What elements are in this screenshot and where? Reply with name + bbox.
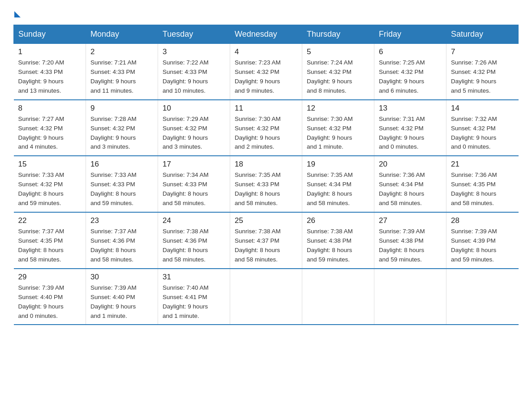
day-number: 14 <box>451 104 514 113</box>
column-header-saturday: Saturday <box>446 25 519 44</box>
calendar-cell: 23 Sunrise: 7:37 AMSunset: 4:36 PMDaylig… <box>86 212 158 269</box>
day-info: Sunrise: 7:37 AMSunset: 4:35 PMDaylight:… <box>18 228 64 263</box>
day-info: Sunrise: 7:27 AMSunset: 4:32 PMDaylight:… <box>18 116 64 150</box>
calendar-cell: 17 Sunrise: 7:34 AMSunset: 4:33 PMDaylig… <box>158 156 230 212</box>
column-header-tuesday: Tuesday <box>158 25 230 44</box>
calendar-cell: 5 Sunrise: 7:24 AMSunset: 4:32 PMDayligh… <box>302 44 374 100</box>
day-number: 5 <box>307 47 369 56</box>
calendar-week-row: 1 Sunrise: 7:20 AMSunset: 4:33 PMDayligh… <box>14 44 519 100</box>
calendar-cell: 12 Sunrise: 7:30 AMSunset: 4:32 PMDaylig… <box>302 100 374 156</box>
calendar-cell: 2 Sunrise: 7:21 AMSunset: 4:33 PMDayligh… <box>86 44 158 100</box>
calendar-cell: 21 Sunrise: 7:36 AMSunset: 4:35 PMDaylig… <box>446 156 519 212</box>
calendar-cell <box>446 269 519 325</box>
calendar-cell: 26 Sunrise: 7:38 AMSunset: 4:38 PMDaylig… <box>302 212 374 269</box>
calendar-cell: 9 Sunrise: 7:28 AMSunset: 4:32 PMDayligh… <box>86 100 158 156</box>
day-number: 26 <box>307 216 369 225</box>
calendar-cell: 29 Sunrise: 7:39 AMSunset: 4:40 PMDaylig… <box>14 269 86 325</box>
day-info: Sunrise: 7:33 AMSunset: 4:32 PMDaylight:… <box>18 171 64 206</box>
day-number: 13 <box>379 104 442 113</box>
day-number: 20 <box>379 160 442 169</box>
day-number: 8 <box>18 104 82 113</box>
day-info: Sunrise: 7:25 AMSunset: 4:32 PMDaylight:… <box>379 59 425 94</box>
day-number: 12 <box>307 104 369 113</box>
day-number: 27 <box>379 216 442 225</box>
day-info: Sunrise: 7:33 AMSunset: 4:33 PMDaylight:… <box>90 171 137 206</box>
day-number: 31 <box>163 273 225 282</box>
calendar-cell: 4 Sunrise: 7:23 AMSunset: 4:32 PMDayligh… <box>230 44 302 100</box>
calendar-week-row: 29 Sunrise: 7:39 AMSunset: 4:40 PMDaylig… <box>14 269 519 325</box>
day-number: 9 <box>90 104 153 113</box>
calendar-cell: 14 Sunrise: 7:32 AMSunset: 4:32 PMDaylig… <box>446 100 519 156</box>
calendar-week-row: 15 Sunrise: 7:33 AMSunset: 4:32 PMDaylig… <box>14 156 519 212</box>
day-number: 7 <box>451 47 514 56</box>
calendar-week-row: 22 Sunrise: 7:37 AMSunset: 4:35 PMDaylig… <box>14 212 519 269</box>
calendar-cell: 8 Sunrise: 7:27 AMSunset: 4:32 PMDayligh… <box>14 100 86 156</box>
day-info: Sunrise: 7:26 AMSunset: 4:32 PMDaylight:… <box>451 59 497 94</box>
calendar-cell: 24 Sunrise: 7:38 AMSunset: 4:36 PMDaylig… <box>158 212 230 269</box>
calendar-week-row: 8 Sunrise: 7:27 AMSunset: 4:32 PMDayligh… <box>14 100 519 156</box>
calendar-cell: 13 Sunrise: 7:31 AMSunset: 4:32 PMDaylig… <box>374 100 446 156</box>
day-info: Sunrise: 7:38 AMSunset: 4:38 PMDaylight:… <box>307 228 353 263</box>
calendar-cell: 20 Sunrise: 7:36 AMSunset: 4:34 PMDaylig… <box>374 156 446 212</box>
calendar-cell: 16 Sunrise: 7:33 AMSunset: 4:33 PMDaylig… <box>86 156 158 212</box>
column-header-monday: Monday <box>86 25 158 44</box>
calendar-table: SundayMondayTuesdayWednesdayThursdayFrid… <box>13 25 519 325</box>
calendar-cell: 3 Sunrise: 7:22 AMSunset: 4:33 PMDayligh… <box>158 44 230 100</box>
day-number: 24 <box>163 216 225 225</box>
calendar-cell: 28 Sunrise: 7:39 AMSunset: 4:39 PMDaylig… <box>446 212 519 269</box>
calendar-cell: 1 Sunrise: 7:20 AMSunset: 4:33 PMDayligh… <box>14 44 86 100</box>
day-info: Sunrise: 7:32 AMSunset: 4:32 PMDaylight:… <box>451 116 497 150</box>
logo-arrow-icon <box>14 11 21 17</box>
calendar-cell: 27 Sunrise: 7:39 AMSunset: 4:38 PMDaylig… <box>374 212 446 269</box>
calendar-cell <box>230 269 302 325</box>
day-info: Sunrise: 7:35 AMSunset: 4:33 PMDaylight:… <box>235 171 281 206</box>
day-info: Sunrise: 7:24 AMSunset: 4:32 PMDaylight:… <box>307 59 353 94</box>
day-info: Sunrise: 7:30 AMSunset: 4:32 PMDaylight:… <box>307 116 353 150</box>
day-number: 29 <box>18 273 82 282</box>
calendar-cell <box>302 269 374 325</box>
day-info: Sunrise: 7:22 AMSunset: 4:33 PMDaylight:… <box>163 59 209 94</box>
day-info: Sunrise: 7:30 AMSunset: 4:32 PMDaylight:… <box>235 116 281 150</box>
day-number: 16 <box>90 160 153 169</box>
day-info: Sunrise: 7:38 AMSunset: 4:37 PMDaylight:… <box>235 228 281 263</box>
page-header <box>13 9 519 16</box>
day-info: Sunrise: 7:29 AMSunset: 4:32 PMDaylight:… <box>163 116 209 150</box>
day-info: Sunrise: 7:23 AMSunset: 4:32 PMDaylight:… <box>235 59 281 94</box>
calendar-cell <box>374 269 446 325</box>
day-number: 30 <box>90 273 153 282</box>
day-info: Sunrise: 7:40 AMSunset: 4:41 PMDaylight:… <box>163 284 209 319</box>
day-number: 22 <box>18 216 82 225</box>
day-info: Sunrise: 7:28 AMSunset: 4:32 PMDaylight:… <box>90 116 137 150</box>
calendar-cell: 15 Sunrise: 7:33 AMSunset: 4:32 PMDaylig… <box>14 156 86 212</box>
calendar-header-row: SundayMondayTuesdayWednesdayThursdayFrid… <box>14 25 519 44</box>
column-header-thursday: Thursday <box>302 25 374 44</box>
column-header-friday: Friday <box>374 25 446 44</box>
day-info: Sunrise: 7:39 AMSunset: 4:40 PMDaylight:… <box>90 284 137 319</box>
day-info: Sunrise: 7:36 AMSunset: 4:35 PMDaylight:… <box>451 171 497 206</box>
day-info: Sunrise: 7:20 AMSunset: 4:33 PMDaylight:… <box>18 59 64 94</box>
day-number: 3 <box>163 47 225 56</box>
day-number: 23 <box>90 216 153 225</box>
day-number: 1 <box>18 47 82 56</box>
day-number: 6 <box>379 47 442 56</box>
day-info: Sunrise: 7:35 AMSunset: 4:34 PMDaylight:… <box>307 171 353 206</box>
day-number: 25 <box>235 216 297 225</box>
calendar-cell: 11 Sunrise: 7:30 AMSunset: 4:32 PMDaylig… <box>230 100 302 156</box>
day-info: Sunrise: 7:39 AMSunset: 4:40 PMDaylight:… <box>18 284 64 319</box>
calendar-cell: 18 Sunrise: 7:35 AMSunset: 4:33 PMDaylig… <box>230 156 302 212</box>
column-header-sunday: Sunday <box>14 25 86 44</box>
column-header-wednesday: Wednesday <box>230 25 302 44</box>
day-info: Sunrise: 7:39 AMSunset: 4:39 PMDaylight:… <box>451 228 497 263</box>
day-number: 15 <box>18 160 82 169</box>
day-number: 28 <box>451 216 514 225</box>
day-info: Sunrise: 7:34 AMSunset: 4:33 PMDaylight:… <box>163 171 209 206</box>
day-number: 10 <box>163 104 225 113</box>
day-number: 4 <box>235 47 297 56</box>
day-number: 11 <box>235 104 297 113</box>
day-info: Sunrise: 7:36 AMSunset: 4:34 PMDaylight:… <box>379 171 425 206</box>
calendar-cell: 7 Sunrise: 7:26 AMSunset: 4:32 PMDayligh… <box>446 44 519 100</box>
day-info: Sunrise: 7:39 AMSunset: 4:38 PMDaylight:… <box>379 228 425 263</box>
day-number: 18 <box>235 160 297 169</box>
day-info: Sunrise: 7:21 AMSunset: 4:33 PMDaylight:… <box>90 59 137 94</box>
day-number: 2 <box>90 47 153 56</box>
